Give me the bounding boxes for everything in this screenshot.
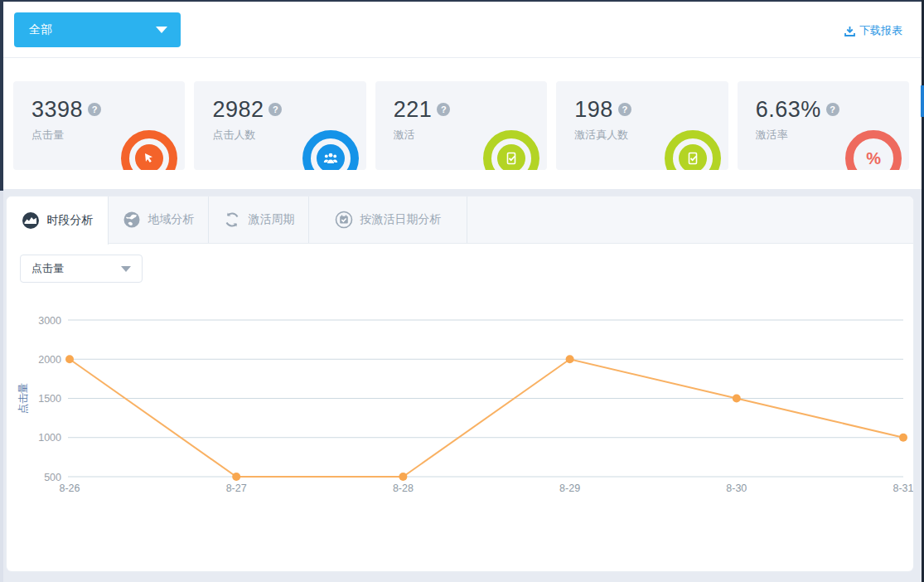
stat-value: 2982 <box>212 97 264 122</box>
download-icon <box>844 25 856 37</box>
x-axis-tick: 8-31 <box>893 483 913 494</box>
device-check-icon <box>497 144 525 170</box>
chevron-down-icon <box>156 27 167 33</box>
calendar-check-icon <box>335 211 353 229</box>
download-report-button[interactable]: 下载报表 <box>844 23 902 38</box>
tab-activation-date-analysis[interactable]: 按激活日期分析 <box>309 196 467 243</box>
scrollbar-thumb[interactable] <box>921 85 924 117</box>
analysis-panel: 时段分析 地域分析 激活周期 <box>7 196 913 571</box>
data-point[interactable] <box>899 434 907 442</box>
top-bar: 全部 下载报表 <box>3 2 922 58</box>
stat-value: 221 <box>394 97 433 122</box>
tab-label: 地域分析 <box>148 212 195 227</box>
tab-label: 时段分析 <box>47 213 94 228</box>
y-axis-tick: 3000 <box>38 315 61 327</box>
y-axis-title: 点击量 <box>17 383 29 415</box>
tab-label: 按激活日期分析 <box>360 212 442 227</box>
data-point[interactable] <box>566 355 574 363</box>
analysis-tab-bar: 时段分析 地域分析 激活周期 <box>7 196 913 244</box>
y-axis-tick: 500 <box>44 472 61 483</box>
people-icon <box>317 144 345 170</box>
stat-card-activation-rate: 6.63% ? 激活率 % <box>738 81 909 170</box>
stat-card-clicks: 3398 ? 点击量 <box>13 81 185 170</box>
tab-label: 激活周期 <box>249 212 295 227</box>
stats-cards-row: 3398 ? 点击量 2982 ? 点击人数 <box>3 58 922 170</box>
y-axis-tick: 2000 <box>38 354 61 366</box>
stat-value: 6.63% <box>756 97 821 122</box>
window-left-edge-lower <box>0 191 3 582</box>
download-report-label: 下载报表 <box>859 23 902 38</box>
chevron-down-icon <box>121 266 131 272</box>
x-axis-tick: 8-28 <box>393 483 414 494</box>
help-icon[interactable]: ? <box>618 103 631 116</box>
line-chart[interactable]: 50010001500200030008-268-278-288-298-308… <box>7 294 913 517</box>
y-axis-tick: 1000 <box>38 432 61 444</box>
campaign-filter-value: 全部 <box>29 22 52 37</box>
stat-value: 198 <box>574 97 613 122</box>
window-top-edge <box>0 0 924 2</box>
tab-time-analysis[interactable]: 时段分析 <box>7 196 109 245</box>
x-axis-tick: 8-30 <box>726 483 747 494</box>
metric-select-dropdown[interactable]: 点击量 <box>20 255 143 283</box>
x-axis-tick: 8-26 <box>59 483 80 494</box>
header-section: 全部 下载报表 3398 ? 点击量 <box>3 2 922 189</box>
data-point[interactable] <box>65 355 74 363</box>
help-icon[interactable]: ? <box>437 103 450 116</box>
device-check-icon <box>679 144 707 170</box>
percent-icon: % <box>859 144 888 170</box>
stat-card-real-activations: 198 ? 激活真人数 <box>556 81 728 170</box>
refresh-icon <box>223 211 241 229</box>
cursor-click-icon <box>135 144 163 170</box>
help-icon[interactable]: ? <box>826 103 839 116</box>
metric-select-value: 点击量 <box>31 261 64 276</box>
y-axis-tick: 1500 <box>38 393 61 405</box>
data-point[interactable] <box>733 395 741 403</box>
data-point[interactable] <box>232 473 240 481</box>
help-icon[interactable]: ? <box>88 103 101 116</box>
x-axis-tick: 8-29 <box>559 483 580 494</box>
stat-card-activations: 221 ? 激活 <box>375 81 547 170</box>
data-point[interactable] <box>399 473 407 481</box>
tab-region-analysis[interactable]: 地域分析 <box>109 196 209 243</box>
tab-activation-cycle[interactable]: 激活周期 <box>209 196 309 243</box>
help-icon[interactable]: ? <box>268 103 282 116</box>
area-chart-icon <box>22 211 40 230</box>
stat-value: 3398 <box>31 97 83 122</box>
x-axis-tick: 8-27 <box>226 483 247 494</box>
stat-card-click-users: 2982 ? 点击人数 <box>194 81 365 170</box>
window-left-edge <box>0 0 3 191</box>
campaign-filter-dropdown[interactable]: 全部 <box>14 12 181 47</box>
series-line <box>70 359 903 477</box>
globe-icon <box>123 211 141 229</box>
